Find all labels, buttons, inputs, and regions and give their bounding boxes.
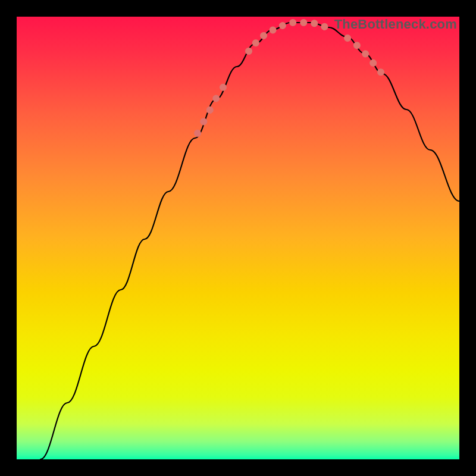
gradient-plot-area — [17, 17, 459, 459]
